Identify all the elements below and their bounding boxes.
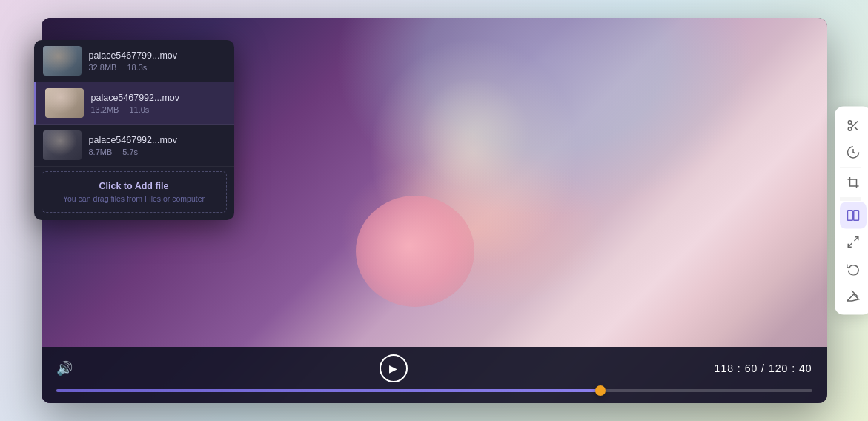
file-info-2: palace5467992...mov 8.7MB 5.7s — [89, 135, 225, 156]
progress-fill — [56, 389, 600, 392]
progress-container[interactable] — [56, 388, 812, 393]
svg-line-7 — [854, 237, 858, 241]
file-meta-0: 32.8MB 18.3s — [89, 63, 225, 72]
add-file-subtitle: You can drag files from Files or compute… — [50, 194, 219, 203]
progress-track — [56, 389, 812, 392]
file-name-2: palace5467992...mov — [89, 135, 225, 145]
file-item-2[interactable]: palace5467992...mov 8.7MB 5.7s — [34, 125, 234, 167]
toolbar-divider-2 — [840, 198, 861, 199]
file-name-1: palace5467992...mov — [91, 93, 225, 103]
svg-point-0 — [848, 121, 852, 125]
toolbar-divider-1 — [840, 168, 861, 168]
toolbar-btn-erase[interactable] — [840, 282, 867, 309]
file-list: palace5467799...mov 32.8MB 18.3s palace5… — [34, 40, 234, 167]
svg-line-8 — [848, 243, 852, 247]
bubble-overlay — [356, 196, 474, 307]
file-item-0[interactable]: palace5467799...mov 32.8MB 18.3s — [34, 40, 234, 82]
svg-line-3 — [854, 127, 857, 130]
toolbar-btn-crop[interactable] — [840, 170, 867, 196]
file-size-0: 32.8MB — [89, 63, 117, 72]
hat-overlay — [199, 18, 827, 230]
add-file-area[interactable]: Click to Add file You can drag files fro… — [42, 171, 227, 213]
file-item-1[interactable]: palace5467992...mov 13.2MB 11.0s — [34, 82, 234, 125]
time-separator: / — [761, 362, 765, 374]
time-display: 118 : 60 / 120 : 40 — [715, 362, 812, 374]
file-info-1: palace5467992...mov 13.2MB 11.0s — [91, 93, 225, 114]
toolbar-btn-rotate[interactable] — [840, 256, 867, 282]
file-duration-2: 5.7s — [122, 147, 138, 156]
file-thumbnail-0 — [43, 46, 82, 76]
file-thumbnail-1 — [45, 88, 84, 118]
toolbar-btn-cut[interactable] — [840, 113, 867, 139]
play-button[interactable]: ▶ — [380, 354, 408, 382]
toolbar-buttons — [840, 113, 867, 309]
file-size-2: 8.7MB — [89, 147, 113, 156]
progress-thumb[interactable] — [595, 385, 606, 396]
current-time: 118 : 60 — [715, 362, 758, 374]
toolbar-btn-split[interactable] — [840, 202, 867, 229]
file-duration-1: 11.0s — [129, 105, 149, 114]
controls-middle: ▶ — [85, 354, 703, 382]
file-size-1: 13.2MB — [91, 105, 119, 114]
toolbar-btn-speed[interactable] — [840, 139, 867, 166]
app-container: palace5467799...mov 32.8MB 18.3s palace5… — [42, 18, 827, 403]
svg-line-4 — [851, 124, 853, 126]
controls-row: 🔊 ▶ 118 : 60 / 120 : 40 — [56, 354, 812, 382]
file-meta-2: 8.7MB 5.7s — [89, 147, 225, 156]
add-file-label: Click to Add file — [50, 181, 219, 191]
file-name-0: palace5467799...mov — [89, 50, 225, 61]
volume-icon[interactable]: 🔊 — [56, 360, 73, 377]
file-duration-0: 18.3s — [127, 63, 147, 72]
toolbar-divider — [840, 200, 861, 201]
toolbar-btn-resize[interactable] — [840, 229, 867, 256]
right-toolbar — [835, 107, 869, 315]
svg-rect-5 — [847, 210, 852, 221]
svg-rect-6 — [853, 210, 858, 221]
file-panel: palace5467799...mov 32.8MB 18.3s palace5… — [34, 40, 234, 220]
file-thumbnail-2 — [43, 130, 82, 160]
file-meta-1: 13.2MB 11.0s — [91, 105, 225, 114]
controls-bar: 🔊 ▶ 118 : 60 / 120 : 40 — [42, 347, 827, 403]
total-time: 120 : 40 — [769, 362, 812, 374]
svg-point-1 — [848, 127, 852, 131]
file-info-0: palace5467799...mov 32.8MB 18.3s — [89, 50, 225, 72]
